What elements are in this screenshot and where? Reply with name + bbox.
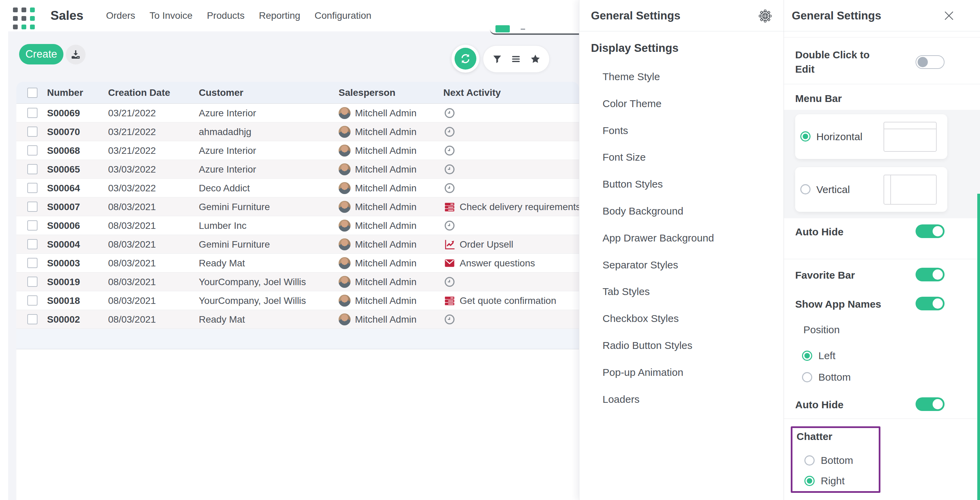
- mail-activity-icon[interactable]: [444, 258, 455, 269]
- search-bar[interactable]: [490, 5, 585, 35]
- chatter-right-radio[interactable]: [804, 476, 815, 486]
- drawer-scrollbar[interactable]: [977, 194, 980, 500]
- top-menu-item[interactable]: Products: [207, 10, 245, 21]
- row-checkbox[interactable]: [27, 258, 38, 268]
- row-checkbox[interactable]: [27, 202, 38, 212]
- table-row[interactable]: S00007 08/03/2021 Gemini Furniture Mitch…: [16, 197, 579, 216]
- clock-activity-icon[interactable]: [444, 164, 455, 175]
- col-next-activity[interactable]: Next Activity: [443, 82, 501, 104]
- row-checkbox[interactable]: [27, 164, 38, 174]
- vertical-radio[interactable]: [800, 184, 811, 194]
- settings-item[interactable]: Fonts: [603, 117, 714, 144]
- row-checkbox[interactable]: [27, 127, 38, 137]
- export-button[interactable]: [66, 45, 86, 64]
- table-row[interactable]: S00002 08/03/2021 Ready Mat Mitchell Adm…: [16, 310, 579, 329]
- settings-item[interactable]: Tab Styles: [603, 278, 714, 305]
- settings-item[interactable]: Pop-up Animation: [603, 359, 714, 386]
- row-checkbox[interactable]: [27, 108, 38, 118]
- table-row[interactable]: S00065 03/03/2022 Azure Interior Mitchel…: [16, 160, 579, 179]
- double-click-toggle[interactable]: [916, 55, 945, 69]
- select-all-checkbox[interactable]: [27, 88, 38, 98]
- settings-item[interactable]: App Drawer Background: [603, 225, 714, 252]
- col-customer[interactable]: Customer: [199, 82, 243, 104]
- table-row[interactable]: S00070 03/21/2022 ahmadadhjg Mitchell Ad…: [16, 123, 579, 141]
- settings-item[interactable]: Checkbox Styles: [603, 305, 714, 332]
- activity-label: Answer questions: [460, 254, 535, 272]
- clock-activity-icon[interactable]: [444, 276, 455, 288]
- settings-item[interactable]: Color Theme: [603, 91, 714, 117]
- clock-activity-icon[interactable]: [444, 107, 455, 119]
- bottom-label: Bottom: [818, 372, 851, 382]
- table-row[interactable]: S00068 03/21/2022 Azure Interior Mitchel…: [16, 141, 579, 160]
- search-facet-chip[interactable]: [495, 25, 510, 32]
- settings-item[interactable]: Separator Styles: [603, 252, 714, 279]
- table-footer-band: [16, 329, 579, 349]
- row-checkbox[interactable]: [27, 145, 38, 156]
- top-menu-item[interactable]: Reporting: [259, 10, 300, 21]
- create-button[interactable]: Create: [19, 44, 64, 64]
- col-number[interactable]: Number: [47, 82, 83, 104]
- tasks-activity-icon[interactable]: [444, 201, 455, 212]
- table-row[interactable]: S00069 03/21/2022 Azure Interior Mitchel…: [16, 104, 579, 123]
- position-left-option[interactable]: Left: [802, 350, 835, 361]
- list-icon[interactable]: [511, 54, 521, 64]
- clock-activity-icon[interactable]: [444, 220, 455, 231]
- col-salesperson[interactable]: Salesperson: [339, 82, 396, 104]
- table-row[interactable]: S00018 08/03/2021 YourCompany, Joel Will…: [16, 291, 579, 310]
- chart-activity-icon[interactable]: [444, 239, 455, 250]
- settings-item[interactable]: Font Size: [603, 144, 714, 171]
- settings-item[interactable]: Button Styles: [603, 171, 714, 198]
- settings-item[interactable]: Body Background: [603, 198, 714, 225]
- refresh-button[interactable]: [452, 45, 479, 73]
- close-icon[interactable]: [942, 8, 956, 23]
- row-checkbox[interactable]: [27, 220, 38, 231]
- menu-vertical-option[interactable]: Vertical: [795, 167, 947, 212]
- filter-icon[interactable]: [492, 54, 502, 64]
- bottom-radio[interactable]: [802, 372, 812, 382]
- top-menu-item[interactable]: Orders: [106, 10, 135, 21]
- top-menu-item[interactable]: Configuration: [315, 10, 372, 21]
- table-row[interactable]: S00003 08/03/2021 Ready Mat Mitchell Adm…: [16, 254, 579, 272]
- clock-activity-icon[interactable]: [444, 314, 455, 325]
- col-creation-date[interactable]: Creation Date: [108, 82, 170, 104]
- clock-activity-icon[interactable]: [444, 183, 455, 194]
- gear-globe-icon[interactable]: [757, 8, 773, 24]
- favorite-bar-toggle[interactable]: [916, 268, 945, 281]
- top-menu-item[interactable]: To Invoice: [150, 10, 192, 21]
- customer-name: Deco Addict: [199, 179, 250, 197]
- order-number: S00064: [47, 179, 80, 197]
- table-row[interactable]: S00019 08/03/2021 YourCompany, Joel Will…: [16, 272, 579, 291]
- table-row[interactable]: S00064 03/03/2022 Deco Addict Mitchell A…: [16, 179, 579, 197]
- favorite-bar-label: Favorite Bar: [795, 269, 855, 281]
- fav-auto-hide-toggle[interactable]: [916, 397, 945, 411]
- settings-item[interactable]: Theme Style: [603, 64, 714, 91]
- row-checkbox[interactable]: [27, 183, 38, 193]
- table-row[interactable]: S00004 08/03/2021 Gemini Furniture Mitch…: [16, 235, 579, 254]
- vertical-thumbnail: [883, 175, 937, 205]
- star-icon[interactable]: [530, 54, 541, 64]
- show-app-names-toggle[interactable]: [916, 297, 945, 311]
- creation-date: 08/03/2021: [108, 272, 156, 291]
- horizontal-radio[interactable]: [800, 131, 811, 142]
- chatter-bottom-radio[interactable]: [804, 455, 815, 465]
- apps-menu-icon[interactable]: [13, 8, 35, 29]
- chatter-bottom-option[interactable]: Bottom: [804, 455, 853, 465]
- settings-item[interactable]: Loaders: [603, 386, 714, 413]
- tasks-activity-icon[interactable]: [444, 295, 455, 306]
- clock-activity-icon[interactable]: [444, 126, 455, 137]
- settings-item[interactable]: Radio Button Styles: [603, 332, 714, 359]
- row-checkbox[interactable]: [27, 295, 38, 306]
- menu-auto-hide-toggle[interactable]: [916, 225, 945, 238]
- left-radio[interactable]: [802, 350, 812, 361]
- clock-activity-icon[interactable]: [444, 145, 455, 156]
- creation-date: 03/03/2022: [108, 160, 156, 179]
- row-checkbox[interactable]: [27, 314, 38, 324]
- row-checkbox[interactable]: [27, 277, 38, 287]
- chatter-right-option[interactable]: Right: [804, 476, 845, 486]
- row-checkbox[interactable]: [27, 239, 38, 249]
- divider: [784, 419, 980, 419]
- menu-horizontal-option[interactable]: Horizontal: [795, 114, 947, 159]
- position-bottom-option[interactable]: Bottom: [802, 372, 851, 382]
- table-row[interactable]: S00006 08/03/2021 Lumber Inc Mitchell Ad…: [16, 216, 579, 235]
- salesperson-name: Mitchell Admin: [355, 254, 417, 272]
